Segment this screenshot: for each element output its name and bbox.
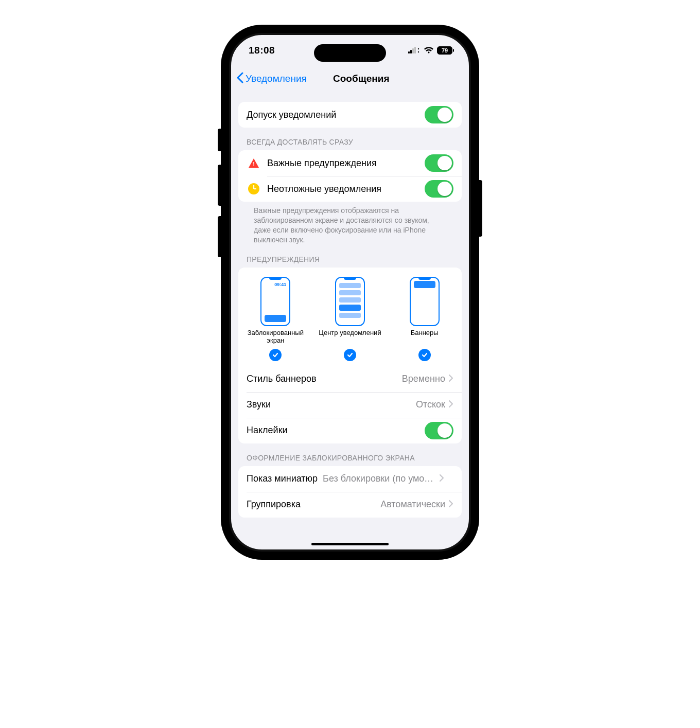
svg-rect-2 [412, 48, 414, 54]
banners-preview[interactable]: Баннеры [387, 277, 462, 361]
volume-up-button [218, 165, 222, 206]
grouping-label: Группировка [247, 499, 380, 510]
alert-previews: 09:41 Заблокированный экран [238, 268, 462, 366]
screen: 18:08 [229, 33, 471, 552]
nav-bar: Уведомления Сообщения [231, 66, 469, 92]
urgent-notifications-toggle[interactable] [425, 180, 453, 198]
back-label: Уведомления [246, 73, 307, 84]
stickers-row[interactable]: Наклейки [238, 418, 462, 443]
svg-point-5 [418, 51, 419, 52]
stickers-toggle[interactable] [425, 422, 453, 439]
stickers-label: Наклейки [247, 425, 425, 436]
chevron-right-icon [439, 474, 444, 484]
svg-rect-1 [410, 50, 412, 54]
status-time: 18:08 [249, 45, 275, 56]
chevron-right-icon [448, 374, 453, 384]
sounds-row[interactable]: Звуки Отскок [238, 392, 462, 418]
alerts-header: ПРЕДУПРЕЖДЕНИЯ [247, 255, 453, 263]
battery-indicator: 79 [437, 46, 452, 55]
mute-switch [218, 129, 222, 151]
page-title: Сообщения [333, 73, 390, 84]
volume-down-button [218, 216, 222, 257]
wifi-icon [424, 47, 434, 54]
lock-screen-preview[interactable]: 09:41 Заблокированный экран [238, 277, 313, 361]
banner-style-value: Временно [402, 374, 445, 384]
show-previews-value: Без блокировки (по умол… [323, 473, 436, 484]
clock-icon [247, 182, 261, 196]
allow-notifications-row[interactable]: Допуск уведомлений [238, 102, 462, 128]
svg-point-4 [418, 48, 419, 49]
lock-screen-label: Заблокированный экран [238, 329, 313, 346]
home-indicator[interactable] [311, 543, 389, 545]
svg-rect-0 [408, 51, 410, 54]
side-button [478, 180, 482, 237]
lockscreen-appearance-header: ОФОРМЛЕНИЕ ЗАБЛОКИРОВАННОГО ЭКРАНА [247, 454, 453, 462]
notification-center-label: Центр уведомлений [319, 329, 381, 346]
banners-label: Баннеры [411, 329, 439, 346]
always-deliver-header: ВСЕГДА ДОСТАВЛЯТЬ СРАЗУ [247, 138, 453, 146]
notification-center-check-icon [344, 349, 356, 361]
grouping-row[interactable]: Группировка Автоматически [238, 492, 462, 518]
settings-scroll[interactable]: Допуск уведомлений ВСЕГДА ДОСТАВЛЯТЬ СРА… [231, 92, 469, 549]
chevron-right-icon [448, 500, 453, 510]
banner-style-row[interactable]: Стиль баннеров Временно [238, 366, 462, 392]
svg-rect-3 [414, 47, 416, 54]
banners-check-icon [418, 349, 431, 361]
warning-triangle-icon: ! [247, 156, 261, 170]
allow-notifications-toggle[interactable] [425, 106, 453, 123]
back-button[interactable]: Уведомления [236, 72, 307, 86]
lock-screen-check-icon [269, 349, 282, 361]
notification-center-preview[interactable]: Центр уведомлений [313, 277, 388, 361]
sounds-value: Отскок [416, 399, 445, 410]
dynamic-island [314, 44, 386, 62]
urgent-notifications-row[interactable]: Неотложные уведомления [238, 176, 462, 202]
critical-alerts-toggle[interactable] [425, 154, 453, 172]
critical-alerts-row[interactable]: ! Важные предупреждения [238, 150, 462, 176]
always-deliver-footnote: Важные предупреждения отображаются на за… [238, 202, 462, 245]
sounds-label: Звуки [247, 399, 416, 410]
urgent-notifications-label: Неотложные уведомления [267, 184, 425, 194]
show-previews-label: Показ миниатюр [247, 473, 318, 484]
critical-alerts-label: Важные предупреждения [267, 158, 425, 169]
allow-notifications-label: Допуск уведомлений [247, 110, 425, 120]
show-previews-row[interactable]: Показ миниатюр Без блокировки (по умол… [238, 466, 462, 492]
chevron-left-icon [236, 72, 243, 86]
banner-style-label: Стиль баннеров [247, 374, 402, 384]
phone-frame: 18:08 [222, 26, 478, 559]
chevron-right-icon [448, 400, 453, 410]
grouping-value: Автоматически [380, 499, 445, 510]
dual-sim-signal-icon [408, 47, 421, 54]
